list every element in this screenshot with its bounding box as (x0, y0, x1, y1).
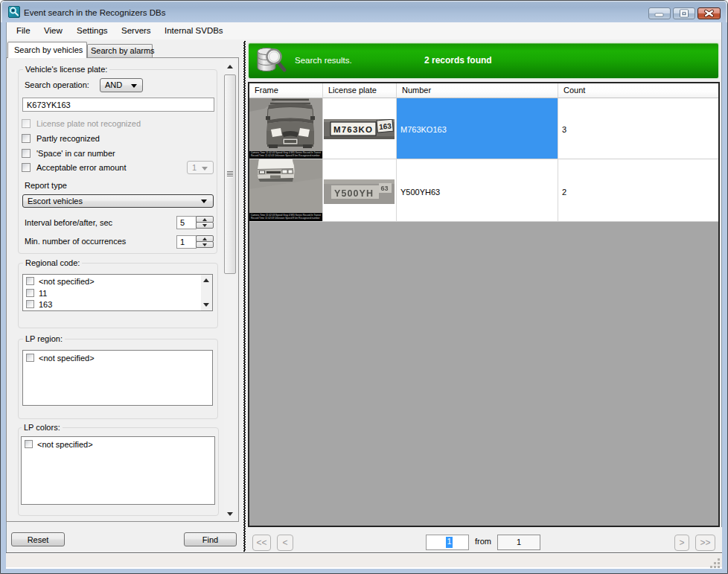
svg-text:M763KO: M763KO (333, 125, 372, 134)
svg-text:63: 63 (380, 185, 388, 192)
svg-text:Record Time 11:02:03 Unknown S: Record Time 11:02:03 Unknown Speed 8 km … (251, 154, 321, 157)
svg-text:Record Time 11:02:03 Unknown S: Record Time 11:02:03 Unknown Speed 8 km … (251, 217, 321, 220)
svg-text:163: 163 (378, 122, 392, 131)
svg-text:Y500YH: Y500YH (334, 188, 373, 199)
